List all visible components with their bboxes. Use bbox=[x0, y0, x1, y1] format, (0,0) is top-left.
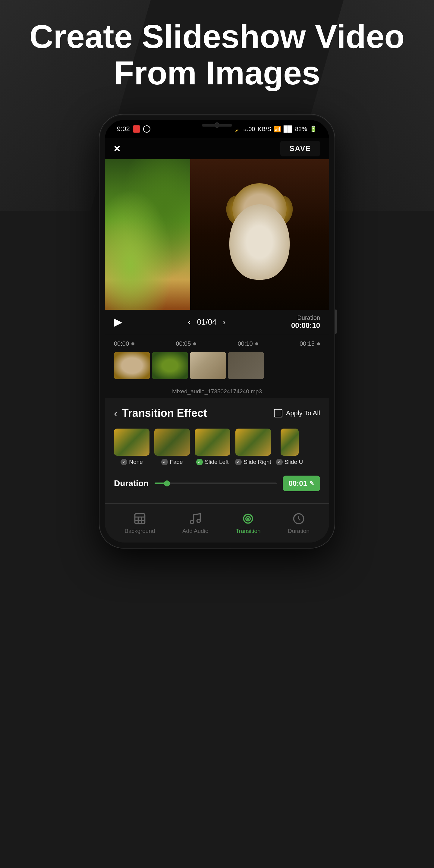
transition-header: ‹ Transition Effect Apply To All bbox=[114, 407, 320, 420]
svg-point-9 bbox=[247, 518, 249, 519]
battery-icon: 🔋 bbox=[310, 125, 317, 133]
nav-label-duration: Duration bbox=[288, 528, 310, 534]
thumbnail-1[interactable] bbox=[114, 352, 150, 379]
next-button[interactable]: › bbox=[223, 317, 226, 327]
duration-slider[interactable] bbox=[155, 483, 277, 484]
duration-label: Duration bbox=[291, 314, 320, 321]
duration-icon bbox=[292, 512, 305, 525]
effect-slide-left[interactable]: ✓ Slide Left bbox=[195, 429, 230, 465]
effect-label-fade: ✓ Fade bbox=[161, 459, 183, 465]
phone-screen: 9:02 ⚡ 4.00 KB/S 📶 ▉▉ 82% 🔋 bbox=[105, 120, 329, 542]
nav-item-duration[interactable]: Duration bbox=[288, 512, 310, 534]
check-slide-up: ✓ bbox=[276, 459, 283, 465]
duration-control-label: Duration bbox=[114, 478, 149, 488]
apply-all-row: Apply To All bbox=[274, 409, 320, 417]
status-time: 9:02 bbox=[117, 125, 130, 133]
timeline: 00:00 00:05 00:10 00:15 bbox=[105, 334, 329, 385]
effect-fade[interactable]: ✓ Fade bbox=[154, 429, 190, 465]
hero-title: Create Slideshow Video From Images bbox=[0, 18, 434, 91]
status-record-icon bbox=[133, 125, 140, 133]
app-content: × SAVE bbox=[105, 138, 329, 542]
transition-title: Transition Effect bbox=[122, 407, 207, 420]
duration-value: 00:00:10 bbox=[291, 321, 320, 330]
preview-left-image bbox=[105, 159, 190, 310]
nav-label-audio: Add Audio bbox=[182, 528, 209, 534]
puppy-image bbox=[217, 177, 302, 292]
effect-slide-right[interactable]: ✓ Slide Right bbox=[235, 429, 271, 465]
status-left: 9:02 bbox=[117, 125, 150, 133]
effect-thumb-fade bbox=[154, 429, 190, 456]
back-button[interactable]: ‹ bbox=[114, 408, 117, 419]
marker-dot-0 bbox=[131, 342, 134, 345]
wifi-icon: 📶 bbox=[274, 125, 281, 133]
apply-all-checkbox[interactable] bbox=[274, 409, 282, 417]
effect-label-slide-right: ✓ Slide Right bbox=[235, 459, 271, 465]
nav-item-transition[interactable]: Transition bbox=[236, 512, 261, 534]
check-slide-right: ✓ bbox=[235, 459, 242, 465]
video-preview bbox=[105, 159, 329, 310]
duration-info: Duration 00:00:10 bbox=[291, 314, 320, 330]
data-unit: KB/S bbox=[257, 126, 271, 133]
effect-label-slide-left: ✓ Slide Left bbox=[196, 459, 228, 465]
effect-thumb-slide-right bbox=[236, 429, 271, 456]
svg-point-6 bbox=[197, 519, 200, 522]
save-button[interactable]: SAVE bbox=[280, 141, 320, 156]
thumbnail-2[interactable] bbox=[152, 352, 188, 379]
transition-panel: ‹ Transition Effect Apply To All bbox=[105, 398, 329, 503]
signal-icon: ▉▉ bbox=[284, 125, 293, 133]
svg-rect-0 bbox=[135, 514, 145, 524]
nav-item-audio[interactable]: Add Audio bbox=[182, 512, 209, 534]
slide-counter: 01/04 bbox=[197, 317, 216, 327]
effect-thumb-slide-up bbox=[281, 429, 299, 456]
effect-none[interactable]: ✓ None bbox=[114, 429, 150, 465]
duration-badge-value: 00:01 bbox=[289, 479, 307, 488]
transition-title-row: ‹ Transition Effect bbox=[114, 407, 207, 420]
check-fade: ✓ bbox=[161, 459, 168, 465]
top-speaker bbox=[202, 124, 232, 127]
status-circle-icon bbox=[143, 125, 150, 133]
nav-item-background[interactable]: Background bbox=[124, 512, 155, 534]
duration-badge[interactable]: 00:01 ✎ bbox=[283, 475, 320, 491]
marker-0: 00:00 bbox=[114, 340, 134, 347]
effect-label-none: ✓ None bbox=[121, 459, 143, 465]
check-slide-left: ✓ bbox=[196, 459, 203, 465]
marker-dot-3 bbox=[317, 342, 320, 345]
marker-dot-2 bbox=[255, 342, 258, 345]
play-button[interactable]: ▶ bbox=[114, 315, 122, 328]
playback-bar: ▶ ‹ 01/04 › Duration 00:00:10 bbox=[105, 310, 329, 334]
apply-all-label: Apply To All bbox=[286, 409, 320, 417]
thumbnail-strip bbox=[114, 352, 320, 379]
hero-title-line1: Create Slideshow Video bbox=[0, 18, 434, 55]
effects-row: ✓ None ✓ Fade bbox=[114, 429, 320, 465]
thumbnail-4[interactable] bbox=[228, 352, 264, 379]
edit-icon: ✎ bbox=[310, 480, 314, 487]
close-button[interactable]: × bbox=[114, 142, 120, 155]
top-bar: × SAVE bbox=[105, 138, 329, 159]
effect-label-slide-up: ✓ Slide U bbox=[276, 459, 303, 465]
svg-point-5 bbox=[190, 520, 194, 524]
effect-thumb-none bbox=[114, 429, 150, 456]
marker-2: 00:10 bbox=[238, 340, 258, 347]
side-button[interactable] bbox=[335, 310, 337, 334]
prev-button[interactable]: ‹ bbox=[188, 317, 191, 327]
puppy-body bbox=[229, 204, 290, 280]
timeline-markers: 00:00 00:05 00:10 00:15 bbox=[114, 340, 320, 347]
marker-1: 00:05 bbox=[176, 340, 196, 347]
audio-icon bbox=[189, 512, 202, 525]
check-none: ✓ bbox=[121, 459, 127, 465]
phone-device: 9:02 ⚡ 4.00 KB/S 📶 ▉▉ 82% 🔋 bbox=[99, 115, 335, 548]
audio-label: Mixed_audio_1735024174240.mp3 bbox=[105, 385, 329, 398]
slider-thumb[interactable] bbox=[164, 480, 170, 487]
effect-slide-up[interactable]: ✓ Slide U bbox=[276, 429, 303, 465]
marker-dot-1 bbox=[193, 342, 196, 345]
hero-title-line2: From Images bbox=[0, 55, 434, 91]
phone-outer: 9:02 ⚡ 4.00 KB/S 📶 ▉▉ 82% 🔋 bbox=[99, 115, 335, 548]
bottom-nav: Background Add Audio bbox=[105, 503, 329, 542]
thumbnail-3[interactable] bbox=[190, 352, 226, 379]
transition-icon bbox=[241, 512, 255, 525]
background-icon bbox=[133, 512, 147, 525]
duration-control-row: Duration 00:01 ✎ bbox=[114, 472, 320, 494]
preview-right-panel bbox=[190, 159, 329, 310]
battery-value: 82% bbox=[295, 126, 307, 133]
marker-3: 00:15 bbox=[300, 340, 320, 347]
